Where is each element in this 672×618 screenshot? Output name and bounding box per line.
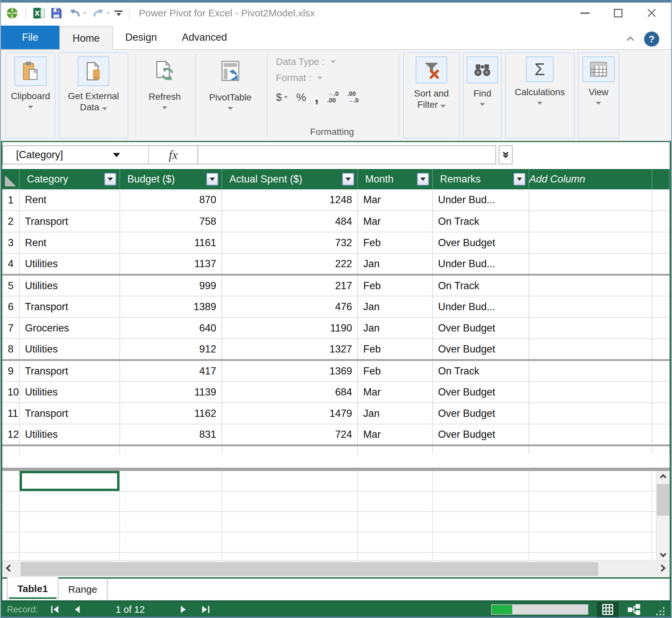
cell[interactable]: Utilities — [19, 275, 120, 296]
measure-cell[interactable] — [120, 491, 222, 512]
cell[interactable] — [529, 232, 652, 253]
cell[interactable]: Over Budget — [433, 339, 529, 360]
measure-cell[interactable] — [120, 532, 222, 552]
cell[interactable]: 999 — [120, 275, 222, 296]
cell[interactable]: On Track — [433, 275, 529, 296]
row-number[interactable]: 4 — [2, 253, 19, 275]
measure-cell[interactable] — [358, 552, 433, 560]
decrease-decimal-button[interactable]: .00 →.0 — [347, 91, 359, 104]
cell[interactable]: 912 — [120, 339, 222, 360]
category-filter-button[interactable] — [104, 173, 116, 185]
diagram-view-button[interactable] — [623, 602, 645, 617]
tab-file[interactable]: File — [1, 26, 60, 49]
name-box[interactable]: [Category] — [3, 146, 149, 164]
row-number[interactable]: 2 — [2, 211, 19, 232]
cell[interactable] — [529, 403, 652, 424]
cell[interactable]: Under Bud... — [433, 253, 529, 275]
thousands-separator-button[interactable]: , — [315, 94, 319, 100]
undo-dropdown-icon[interactable] — [83, 12, 86, 14]
row-number[interactable]: 8 — [2, 339, 19, 360]
data-type-control[interactable]: Data Type : — [276, 57, 388, 67]
cell[interactable]: Over Budget — [433, 381, 529, 403]
redo-dropdown-icon[interactable] — [107, 12, 110, 14]
cell[interactable]: Over Budget — [433, 232, 529, 253]
cell[interactable]: 724 — [222, 424, 358, 445]
measure-cell[interactable] — [433, 471, 529, 491]
sheet-tab-table1[interactable]: Table1 — [7, 577, 59, 600]
data-view-button[interactable] — [597, 602, 619, 617]
cell[interactable]: 831 — [120, 424, 222, 445]
close-button[interactable] — [647, 8, 657, 18]
cell[interactable]: Groceries — [19, 317, 120, 339]
measure-cell[interactable] — [120, 471, 222, 491]
measure-cell[interactable] — [358, 512, 433, 532]
cell[interactable]: Over Budget — [433, 317, 529, 339]
cell[interactable] — [529, 424, 652, 445]
row-number[interactable]: 9 — [2, 360, 19, 381]
measure-cell[interactable] — [222, 512, 358, 532]
cell[interactable]: 870 — [120, 189, 222, 211]
cell[interactable] — [529, 296, 652, 317]
cell[interactable]: Utilities — [19, 424, 120, 445]
view-group-button[interactable]: View — [578, 53, 619, 138]
cell[interactable]: Utilities — [19, 381, 120, 403]
tab-home[interactable]: Home — [60, 26, 113, 50]
month-filter-button[interactable] — [417, 173, 429, 185]
cell[interactable]: 222 — [222, 253, 358, 275]
cell[interactable] — [529, 381, 652, 403]
column-header-budget[interactable]: Budget ($) — [120, 169, 222, 189]
next-record-button[interactable] — [181, 606, 186, 613]
cell[interactable]: 1479 — [222, 403, 358, 424]
measure-cell[interactable] — [529, 491, 652, 512]
measure-cell[interactable] — [222, 491, 358, 512]
currency-format-button[interactable]: $ — [276, 91, 288, 103]
customize-quick-access-toolbar-button[interactable] — [115, 10, 122, 16]
measure-cell[interactable] — [19, 491, 120, 512]
find-group-button[interactable]: Find — [463, 53, 502, 138]
cell[interactable]: 417 — [120, 360, 222, 381]
cell[interactable] — [529, 211, 652, 232]
cell[interactable]: 1389 — [120, 296, 222, 317]
redo-button[interactable] — [91, 6, 110, 20]
cell[interactable]: 1190 — [222, 317, 358, 339]
save-button[interactable] — [50, 7, 63, 19]
measure-cell[interactable] — [19, 552, 120, 560]
measure-cell[interactable] — [222, 552, 358, 560]
cell[interactable]: 1327 — [222, 339, 358, 360]
formula-input[interactable] — [198, 146, 495, 164]
sort-and-filter-group-button[interactable]: Sort and Filter — [403, 53, 460, 138]
scroll-right-icon[interactable] — [658, 564, 666, 572]
cell[interactable]: Mar — [358, 189, 433, 211]
cell[interactable]: 640 — [120, 317, 222, 339]
calculations-group-button[interactable]: Σ Calculations — [505, 53, 575, 138]
cell[interactable]: Transport — [19, 211, 120, 232]
scroll-left-icon[interactable] — [6, 564, 13, 572]
cell[interactable]: 1137 — [120, 253, 222, 275]
cell[interactable]: Feb — [358, 360, 433, 381]
undo-button[interactable] — [67, 6, 86, 20]
measure-cell[interactable] — [433, 532, 529, 552]
tab-advanced[interactable]: Advanced — [169, 26, 239, 49]
cell[interactable]: Feb — [358, 275, 433, 296]
cell[interactable]: 1162 — [120, 403, 222, 424]
budget-filter-button[interactable] — [206, 173, 218, 185]
cell[interactable] — [529, 253, 652, 275]
horizontal-scroll-thumb[interactable] — [21, 562, 598, 576]
row-number[interactable]: 5 — [2, 275, 19, 296]
minimize-button[interactable] — [580, 12, 590, 14]
cell[interactable]: 484 — [222, 211, 358, 232]
cell[interactable] — [529, 339, 652, 360]
remarks-filter-button[interactable] — [514, 173, 525, 185]
cell[interactable]: Utilities — [19, 339, 120, 360]
cell[interactable]: 217 — [222, 275, 358, 296]
maximize-button[interactable] — [614, 9, 623, 17]
measure-cell[interactable] — [358, 491, 433, 512]
power-pivot-app-icon[interactable] — [6, 7, 19, 20]
measure-cell[interactable] — [529, 512, 652, 532]
pivottable-button[interactable]: PivotTable — [200, 53, 261, 138]
row-number[interactable]: 1 — [2, 189, 19, 211]
measure-cell[interactable] — [529, 471, 652, 491]
cell[interactable]: 1139 — [120, 381, 222, 403]
cell[interactable]: Jan — [358, 317, 433, 339]
excel-switch-icon[interactable] — [32, 7, 45, 20]
